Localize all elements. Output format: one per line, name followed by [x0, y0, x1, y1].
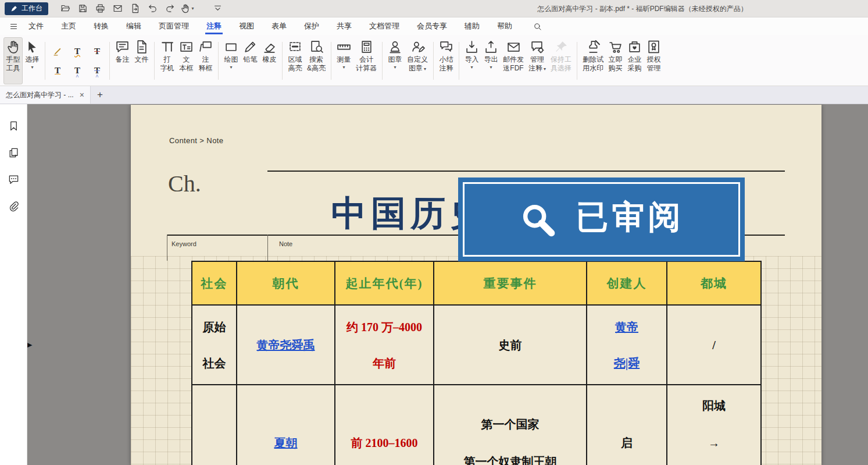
search-icon[interactable]: [530, 19, 544, 33]
sidebar-comments-button[interactable]: [6, 173, 20, 186]
tool-search-highlight[interactable]: 搜索&高亮: [305, 37, 328, 84]
tool-draw[interactable]: 绘图▾: [222, 37, 241, 84]
undo-button[interactable]: [145, 2, 160, 15]
table-cell: 约 170 万–4000年前: [335, 305, 434, 385]
print-button[interactable]: [92, 2, 108, 15]
tool-measure[interactable]: 测量▾: [334, 37, 353, 84]
tool-label: 打字机: [160, 55, 174, 73]
menu-item-11[interactable]: 会员专享: [408, 17, 456, 35]
tool-squiggly-underline[interactable]: T: [68, 42, 87, 61]
tool-buy-now[interactable]: 立即购买: [606, 37, 625, 84]
workspace-button[interactable]: 工作台: [5, 2, 48, 15]
squiggly-text-icon: T: [74, 47, 80, 56]
print-icon: [95, 3, 105, 13]
convert-doc-button[interactable]: [127, 2, 142, 15]
tool-custom-stamp[interactable]: 自定义图章▾: [405, 37, 430, 84]
table-link[interactable]: 夏朝: [274, 436, 298, 450]
group-separator: [45, 42, 45, 80]
select-cursor-icon: [25, 40, 40, 54]
tool-attach-file[interactable]: 文件: [132, 37, 151, 84]
tool-enterprise-purchase[interactable]: 企业采购: [625, 37, 644, 84]
customize-toolbar-button[interactable]: [210, 2, 225, 15]
tool-manage-comments[interactable]: 管理注释▾: [526, 37, 548, 84]
table-link[interactable]: 黄帝尧舜禹: [257, 338, 315, 352]
tool-export[interactable]: 导出▾: [481, 37, 501, 84]
menu-item-0[interactable]: 文件: [20, 17, 52, 35]
column-header: 都城: [667, 261, 761, 305]
menu-item-8[interactable]: 保护: [295, 17, 328, 35]
tool-label: 文本框: [180, 55, 194, 73]
tool-stamp[interactable]: 图章▾: [385, 37, 405, 84]
column-header: 创建人: [587, 261, 667, 305]
insert-text-icon: T: [74, 66, 80, 76]
menu-item-13[interactable]: 帮助: [488, 17, 521, 35]
tool-remove-trial-watermark[interactable]: 删除试用水印: [580, 37, 606, 84]
group-separator: [218, 42, 219, 80]
panel-expand-handle[interactable]: ▶: [27, 342, 32, 348]
chapter-label: Ch.: [168, 170, 201, 197]
menu-item-6[interactable]: 视图: [230, 17, 263, 35]
menu-item-1[interactable]: 主页: [52, 17, 85, 35]
table-cell: 黄帝尧舜禹: [237, 305, 335, 385]
menu-item-12[interactable]: 辅助: [456, 17, 488, 35]
tab-close-button[interactable]: ×: [80, 91, 84, 99]
table-header-row: 社会朝代起止年代(年)重要事件创建人都城: [192, 261, 761, 305]
menu-item-2[interactable]: 转换: [85, 17, 117, 35]
hand-mode-button[interactable]: ▾: [180, 2, 195, 15]
paperclip-icon: [8, 201, 19, 212]
tool-highlight-text[interactable]: [48, 42, 67, 61]
tool-keep-tool-selected[interactable]: 保持工具选择: [548, 37, 574, 84]
menu-item-9[interactable]: 共享: [328, 17, 360, 35]
remove-watermark-icon: [586, 40, 601, 54]
tool-replace-text[interactable]: T: [88, 62, 106, 80]
tool-mail-fdf[interactable]: 邮件发送FDF: [501, 37, 526, 84]
table-link[interactable]: 尧|舜: [614, 356, 640, 370]
tool-note[interactable]: 备注: [113, 37, 132, 84]
ruled-line-top: [267, 171, 785, 172]
tool-label: 自定义图章▾: [407, 55, 428, 73]
tool-summarize-comments[interactable]: 小结注释: [437, 37, 456, 84]
sidebar-pages-button[interactable]: [6, 146, 20, 159]
tool-textbox[interactable]: 文本框: [177, 37, 196, 84]
tool-license-manage[interactable]: 授权管理: [644, 37, 663, 84]
open-button[interactable]: [58, 2, 73, 15]
tool-select[interactable]: 选择▾: [23, 37, 42, 84]
reviewed-stamp[interactable]: 已审阅: [458, 178, 745, 261]
tool-typewriter[interactable]: 打字机: [158, 37, 177, 84]
tool-label: 注释框: [199, 55, 213, 73]
menu-item-4[interactable]: 页面管理: [150, 17, 198, 35]
menu-item-10[interactable]: 文档管理: [360, 17, 408, 35]
document-tab[interactable]: 怎么面对高中学习 - ... ×: [0, 86, 91, 104]
highlighter-icon: [53, 47, 63, 56]
column-header: 重要事件: [434, 261, 587, 305]
measure-icon: [337, 40, 351, 54]
menu-item-3[interactable]: 编辑: [117, 17, 150, 35]
menu-item-5[interactable]: 注释: [198, 17, 230, 35]
tool-callout[interactable]: 注释框: [196, 37, 215, 84]
summarize-comments-icon: [439, 40, 453, 54]
redo-button[interactable]: [162, 2, 177, 15]
hamburger-icon[interactable]: [7, 20, 20, 33]
tool-insert-text[interactable]: T: [68, 62, 87, 80]
tool-import[interactable]: 导入▾: [462, 37, 481, 84]
table-row: 夏朝前 2100–1600第一个国家第一个奴隶制王朝启阳城→: [192, 385, 761, 465]
tool-calculator[interactable]: 会计计算器: [353, 37, 379, 84]
sidebar-attachments-button[interactable]: [6, 200, 20, 212]
tool-strikeout-text[interactable]: T: [88, 42, 106, 61]
tool-area-highlight[interactable]: 区域高亮: [285, 37, 305, 84]
search-highlight-icon: [309, 40, 324, 54]
tool-label: 文件: [135, 55, 149, 64]
tool-eraser[interactable]: 橡皮: [260, 37, 279, 84]
table-text: 阳城: [702, 399, 726, 413]
pen-logo-icon: [10, 5, 18, 12]
mail-doc-button[interactable]: [110, 2, 125, 15]
tool-pencil[interactable]: 铅笔: [241, 37, 260, 84]
menu-item-7[interactable]: 表单: [263, 17, 295, 35]
sidebar-bookmarks-button[interactable]: [6, 119, 20, 132]
save-button[interactable]: [75, 2, 90, 15]
table-link[interactable]: 黄帝: [615, 320, 638, 334]
tool-underline-text[interactable]: T: [48, 62, 67, 80]
export-icon: [484, 40, 498, 54]
new-tab-button[interactable]: +: [91, 86, 109, 104]
tool-hand-tool[interactable]: 手型工具: [3, 37, 23, 84]
